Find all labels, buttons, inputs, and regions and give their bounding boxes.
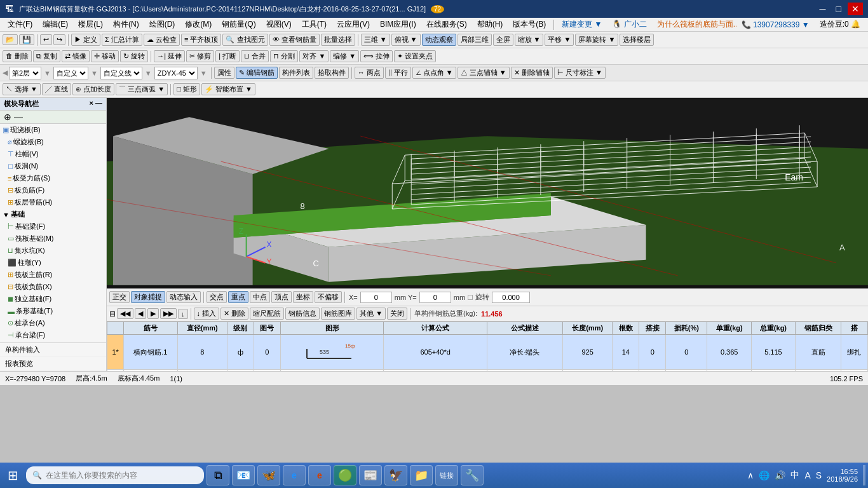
- tree-item-layer-rebar[interactable]: ⊞ 板层带筋(H): [0, 196, 106, 208]
- rebar-table-container[interactable]: 筋号 直径(mm) 级别 图号 图形 计算公式 公式描述 长度(mm) 根数 搭…: [107, 322, 868, 371]
- tree-item-spiral-slab[interactable]: ⌀ 螺旋板(B): [0, 136, 106, 148]
- menu-phone[interactable]: 📞 13907298339 ▼: [736, 19, 815, 30]
- close-button[interactable]: ✕: [848, 3, 863, 15]
- search-bar[interactable]: 🔍: [26, 466, 204, 484]
- taskbar-link-label[interactable]: 链接: [435, 465, 458, 485]
- three-point-aux-button[interactable]: △ 三点辅轴 ▼: [458, 67, 510, 79]
- subtype-select[interactable]: 自定义线: [100, 67, 142, 79]
- single-component-input[interactable]: 单构件输入: [0, 343, 106, 357]
- scale-config-button[interactable]: 缩尺配筋: [250, 308, 284, 320]
- taskbar-task-view[interactable]: ⧉: [207, 465, 229, 485]
- next-record-button[interactable]: ▶: [147, 308, 159, 319]
- copy-button[interactable]: ⧉ 复制: [33, 50, 60, 62]
- redo-button[interactable]: ↪: [53, 34, 65, 45]
- orthogonal-button[interactable]: 正交: [109, 291, 130, 303]
- rotate-checkbox[interactable]: [468, 295, 473, 300]
- tree-item-sump[interactable]: ⊔ 集水坑(K): [0, 245, 106, 257]
- tree-item-neg-rebar[interactable]: ⊟ 板负筋(F): [0, 184, 106, 196]
- tree-item-foundation[interactable]: ▼ 基础: [0, 208, 106, 220]
- taskbar-app-folder[interactable]: 📁: [410, 465, 433, 485]
- batch-select-button[interactable]: 批量选择: [321, 34, 355, 46]
- first-record-button[interactable]: ◀◀: [117, 308, 133, 319]
- view-rebar-button[interactable]: 👁 查看钢筋量: [269, 34, 320, 46]
- open-button[interactable]: 📂: [3, 34, 18, 45]
- taskbar-app-eagle[interactable]: 🦅: [384, 465, 407, 485]
- menu-online[interactable]: 在线服务(S): [421, 18, 472, 31]
- tray-expand[interactable]: ∧: [747, 470, 754, 480]
- snap-button[interactable]: 对象捕捉: [131, 291, 165, 303]
- taskbar-app-ie2[interactable]: e: [308, 465, 331, 485]
- vertex-button[interactable]: 顶点: [271, 291, 292, 303]
- point-length-button[interactable]: ⊕ 点加长度: [72, 83, 114, 95]
- sidebar-minus-icon[interactable]: —: [14, 112, 23, 122]
- close-rebar-button[interactable]: 关闭: [387, 308, 407, 320]
- select-draw-button[interactable]: ↖ 选择 ▼: [3, 83, 41, 95]
- tray-volume[interactable]: 🔊: [775, 470, 785, 480]
- dynamic-view-button[interactable]: 动态观察: [422, 34, 456, 46]
- taskbar-app-mail[interactable]: 📧: [232, 465, 255, 485]
- tree-item-raft[interactable]: ▭ 筏板基础(M): [0, 233, 106, 245]
- coord-button[interactable]: 坐标: [293, 291, 313, 303]
- taskbar-app-ie[interactable]: e: [283, 465, 306, 485]
- undo-button[interactable]: ↩: [40, 34, 52, 45]
- tree-item-slab[interactable]: ▣ 现浇板(B): [0, 124, 106, 136]
- menu-bim[interactable]: BIM应用(I): [375, 18, 421, 31]
- minimize-button[interactable]: ─: [816, 3, 830, 15]
- clock-date[interactable]: 2018/9/26: [827, 475, 858, 483]
- edit-rebar-button[interactable]: 编修 ▼: [330, 50, 359, 62]
- align-button[interactable]: 对齐 ▼: [299, 50, 329, 62]
- search-input[interactable]: [46, 471, 186, 480]
- find-element-button[interactable]: 🔍 查找图元: [222, 34, 268, 46]
- menu-help-link[interactable]: 为什么筏板的底筋与面...: [652, 18, 736, 31]
- sidebar-controls[interactable]: × —: [90, 99, 102, 109]
- tree-item-pile-cap[interactable]: ⊙ 桩承台(A): [0, 317, 106, 329]
- tree-item-stress-rebar[interactable]: ≡ 板受力筋(S): [0, 172, 106, 184]
- menu-tools[interactable]: 工具(T): [297, 18, 332, 31]
- floor-select[interactable]: 第2层: [9, 67, 41, 79]
- grip-button[interactable]: ✦ 设置夹点: [394, 50, 436, 62]
- menu-view[interactable]: 视图(V): [261, 18, 297, 31]
- maximize-button[interactable]: □: [832, 3, 845, 15]
- screen-rotate-button[interactable]: 屏幕旋转 ▼: [575, 34, 618, 46]
- menu-version[interactable]: 版本号(B): [508, 18, 551, 31]
- table-row[interactable]: 2 横向钢筋.2 8 ф 0: [107, 370, 868, 372]
- prev-record-button[interactable]: ◀: [135, 308, 146, 319]
- taskbar-app-green[interactable]: 🟢: [334, 465, 356, 485]
- tree-item-column-pier[interactable]: ⬛ 柱墩(Y): [0, 257, 106, 269]
- tree-item-raft-main[interactable]: ⊞ 筏板主筋(R): [0, 269, 106, 281]
- tray-ime-zh[interactable]: 中: [790, 470, 799, 481]
- type-select[interactable]: 自定义: [53, 67, 88, 79]
- last-record-button[interactable]: ▶▶: [160, 308, 177, 319]
- smart-layout-button[interactable]: ⚡ 智能布置 ▼: [201, 83, 255, 95]
- menu-cost-beans[interactable]: 造价豆:0 🔔: [815, 18, 865, 31]
- mid-point-button[interactable]: 重点: [228, 291, 248, 303]
- y-input[interactable]: [419, 292, 451, 303]
- parallel-button[interactable]: ∥ 平行: [385, 67, 411, 79]
- taskbar-app-browser1[interactable]: 🦋: [257, 465, 280, 485]
- tray-ime-a[interactable]: A: [804, 470, 810, 480]
- rect-button[interactable]: □ 矩形: [173, 83, 200, 95]
- tree-item-strip[interactable]: ▬ 条形基础(T): [0, 305, 106, 317]
- menu-guangxiao[interactable]: 🐧 广小二: [607, 18, 651, 31]
- show-desktop[interactable]: [863, 465, 865, 485]
- align-top-button[interactable]: ≡ 平齐板顶: [181, 34, 221, 46]
- define-button[interactable]: ▶ 定义: [71, 34, 100, 46]
- rebar-library-button[interactable]: 钢筋图库: [321, 308, 355, 320]
- menu-component[interactable]: 构件(N): [108, 18, 144, 31]
- stretch-button[interactable]: ⟺ 拉伸: [360, 50, 393, 62]
- menu-rebar[interactable]: 钢筋量(Q): [217, 18, 261, 31]
- save-button[interactable]: 💾: [19, 34, 34, 45]
- break-button[interactable]: | 打断: [215, 50, 240, 62]
- merge-button[interactable]: ⊔ 合并: [241, 50, 269, 62]
- x-input[interactable]: [360, 292, 392, 303]
- dim-button[interactable]: ⊢ 尺寸标注 ▼: [554, 67, 606, 79]
- tree-item-isolated[interactable]: ◼ 独立基础(F): [0, 293, 106, 305]
- angle-button[interactable]: ∠ 点点角 ▼: [412, 67, 456, 79]
- rotate-input[interactable]: [492, 292, 530, 303]
- code-select[interactable]: ZDYX-45: [154, 67, 198, 79]
- move-button[interactable]: ✛ 移动: [91, 50, 119, 62]
- cloud-check-button[interactable]: ☁ 云检查: [144, 34, 180, 46]
- two-point-button[interactable]: ↔ 两点: [355, 67, 384, 79]
- viewport[interactable]: X Y Z 8 C A Eam: [107, 98, 868, 288]
- menu-file[interactable]: 文件(F): [3, 18, 37, 31]
